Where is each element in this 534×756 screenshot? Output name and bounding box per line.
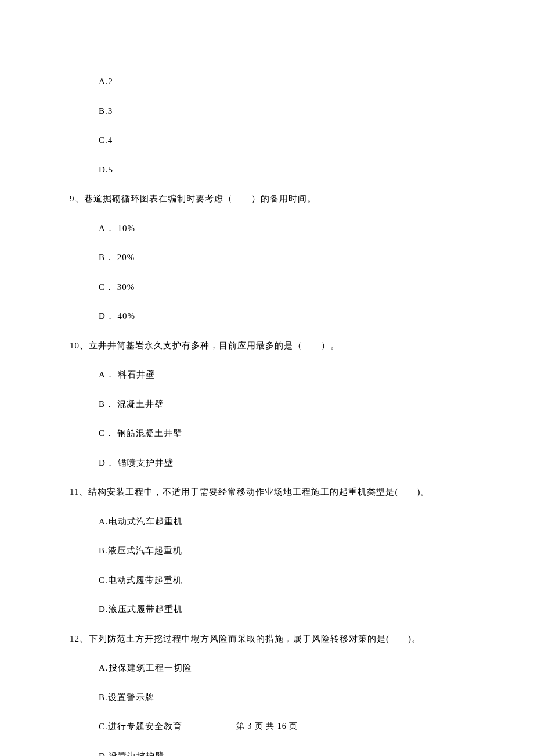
question-8-options: A.2 B.3 C.4 D.5: [99, 67, 464, 184]
question-12: 12、下列防范土方开挖过程中塌方风险而采取的措施，属于风险转移对策的是( )。: [70, 624, 464, 654]
option-a: A.电动式汽车起重机: [99, 507, 464, 537]
option-c: C.电动式履带起重机: [99, 566, 464, 595]
option-b: B.设置警示牌: [99, 683, 464, 712]
question-11: 11、结构安装工程中，不适用于需要经常移动作业场地工程施工的起重机类型是( )。: [70, 477, 464, 507]
question-12-options: A.投保建筑工程一切险 B.设置警示牌 C.进行专题安全教育 D.设置边坡护壁: [99, 653, 464, 756]
page-footer: 第 3 页 共 16 页: [0, 721, 534, 732]
option-d: D.设置边坡护壁: [99, 741, 464, 757]
question-9-options: A． 10% B． 20% C． 30% D． 40%: [99, 214, 464, 331]
option-a: A． 10%: [99, 214, 464, 243]
option-c: C.4: [99, 125, 464, 155]
option-d: D.5: [99, 155, 464, 185]
question-10-options: A． 料石井壁 B． 混凝土井壁 C． 钢筋混凝土井壁 D． 锚喷支护井壁: [99, 360, 464, 477]
option-a: A． 料石井壁: [99, 360, 464, 390]
question-10: 10、立井井筒基岩永久支护有多种，目前应用最多的是（ ）。: [70, 331, 464, 361]
question-11-options: A.电动式汽车起重机 B.液压式汽车起重机 C.电动式履带起重机 D.液压式履带…: [99, 507, 464, 624]
option-b: B． 混凝土井壁: [99, 390, 464, 419]
option-a: A.2: [99, 67, 464, 96]
option-b: B． 20%: [99, 243, 464, 272]
option-c: C． 30%: [99, 272, 464, 302]
option-a: A.投保建筑工程一切险: [99, 653, 464, 683]
option-c: C． 钢筋混凝土井壁: [99, 419, 464, 448]
option-b: B.液压式汽车起重机: [99, 536, 464, 566]
question-9: 9、巷道掘砌循环图表在编制时要考虑（ ）的备用时间。: [70, 184, 464, 214]
page-content: A.2 B.3 C.4 D.5 9、巷道掘砌循环图表在编制时要考虑（ ）的备用时…: [0, 0, 534, 756]
option-d: D． 40%: [99, 301, 464, 331]
option-d: D.液压式履带起重机: [99, 595, 464, 624]
option-b: B.3: [99, 96, 464, 126]
option-d: D． 锚喷支护井壁: [99, 448, 464, 478]
